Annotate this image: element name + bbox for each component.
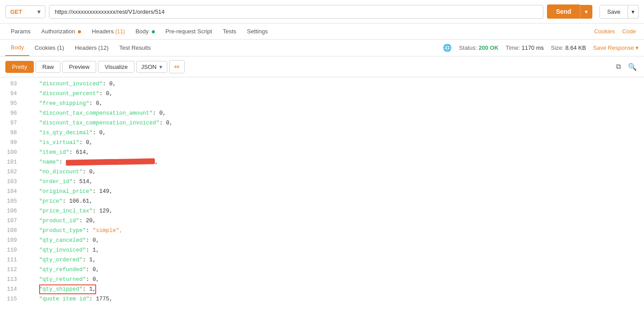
line-number: 112	[4, 265, 17, 275]
line-number: 105	[4, 196, 17, 206]
method-chevron-icon: ▾	[37, 8, 41, 15]
table-row: "is_virtual": 0,	[26, 138, 640, 148]
search-button[interactable]: 🔍	[626, 61, 639, 73]
table-row: "discount_tax_compensation_invoiced": 0,	[26, 118, 640, 128]
line-number: 103	[4, 177, 17, 187]
response-tab-test-results[interactable]: Test Results	[114, 40, 156, 56]
line-number: 99	[4, 138, 17, 148]
line-number: 95	[4, 99, 17, 108]
cookies-link[interactable]: Cookies	[591, 24, 618, 39]
table-row: "product_type": "simple",	[26, 226, 640, 236]
line-number: 106	[4, 206, 17, 216]
save-response-button[interactable]: Save Response ▾	[593, 44, 639, 51]
line-number: 110	[4, 245, 17, 255]
tab-params[interactable]: Params	[5, 24, 36, 39]
tab-tests[interactable]: Tests	[217, 24, 241, 39]
line-numbers: 9394959697989910010110210310410510610710…	[0, 77, 22, 306]
right-icons: ⧉ 🔍	[614, 61, 639, 73]
redacted-value	[66, 158, 155, 165]
table-row: "qty_invoiced": 1,	[26, 245, 640, 255]
table-row: "is_qty_decimal": 0,	[26, 128, 640, 138]
line-number: 108	[4, 226, 17, 236]
line-number: 97	[4, 118, 17, 128]
line-number: 96	[4, 108, 17, 118]
save-button-group: Save ▾	[599, 5, 639, 19]
table-row: "no_discount": 0,	[26, 167, 640, 177]
line-number: 114	[4, 284, 17, 294]
tab-prerequest[interactable]: Pre-request Script	[160, 24, 218, 39]
line-number: 109	[4, 236, 17, 245]
response-tab-cookies[interactable]: Cookies (1)	[29, 40, 69, 56]
table-row: "qty_returned": 0,	[26, 275, 640, 284]
tab-headers[interactable]: Headers (11)	[86, 24, 130, 39]
visualize-button[interactable]: Visualize	[98, 61, 134, 73]
tab-body[interactable]: Body	[130, 24, 160, 39]
table-row: "discount_invoiced": 0,	[26, 79, 640, 89]
line-number: 98	[4, 128, 17, 138]
response-tabs: Body Cookies (1) Headers (12) Test Resul…	[0, 40, 644, 56]
status-label: Status: 200 OK	[459, 44, 498, 51]
format-select[interactable]: JSON ▾	[136, 61, 167, 73]
highlighted-line: "qty_shipped": 1,	[39, 284, 96, 294]
line-number: 101	[4, 157, 17, 167]
send-button[interactable]: Send	[547, 4, 580, 19]
table-row: "price": 106.61,	[26, 196, 640, 206]
line-number: 115	[4, 294, 17, 304]
size-label: Size: 8.64 KB	[551, 44, 586, 51]
top-bar: GET ▾ Send ▾ Save ▾	[0, 0, 644, 24]
line-number: 107	[4, 216, 17, 226]
time-label: Time: 1170 ms	[506, 44, 544, 51]
send-button-group: Send ▾	[547, 4, 592, 19]
table-row: "free_shipping": 0,	[26, 99, 640, 108]
response-tab-headers[interactable]: Headers (12)	[69, 40, 114, 56]
line-number: 113	[4, 275, 17, 284]
table-row: "product_id": 20,	[26, 216, 640, 226]
status-value: 200 OK	[478, 44, 498, 51]
table-row: "discount_percent": 0,	[26, 89, 640, 99]
line-number: 94	[4, 89, 17, 99]
url-input[interactable]	[49, 5, 543, 19]
code-area[interactable]: 9394959697989910010110210310410510610710…	[0, 77, 644, 306]
line-number: 100	[4, 148, 17, 157]
tab-authorization[interactable]: Authorization	[36, 24, 87, 39]
right-links: Cookies Code	[591, 24, 639, 39]
wrap-button[interactable]: ⇔	[169, 60, 185, 73]
body-dot	[152, 30, 155, 33]
response-tab-body[interactable]: Body	[5, 40, 29, 56]
format-bar: Pretty Raw Preview Visualize JSON ▾ ⇔ ⧉ …	[0, 56, 644, 77]
table-row: "order_id": 514,	[26, 177, 640, 187]
tab-settings[interactable]: Settings	[242, 24, 273, 39]
method-dropdown[interactable]: GET ▾	[5, 5, 45, 18]
table-row: "qty_refunded": 0,	[26, 265, 640, 275]
request-tabs: Params Authorization Headers (11) Body P…	[0, 24, 644, 40]
line-number: 111	[4, 255, 17, 265]
table-row: "item_id": 614,	[26, 148, 640, 157]
table-row: "qty_shipped": 1,	[26, 284, 640, 294]
authorization-dot	[78, 30, 81, 33]
table-row: "qty_canceled": 0,	[26, 236, 640, 245]
table-row: "discount_tax_compensation_amount": 0,	[26, 108, 640, 118]
method-value: GET	[10, 8, 22, 15]
table-row: "price_incl_tax": 129,	[26, 206, 640, 216]
table-row: "original_price": 149,	[26, 187, 640, 196]
save-chevron-button[interactable]: ▾	[628, 5, 639, 19]
status-icon: 🌐	[443, 44, 452, 52]
code-content: "discount_invoiced": 0, "discount_percen…	[22, 77, 644, 306]
send-chevron-button[interactable]: ▾	[580, 5, 592, 19]
table-row: "name": ,	[26, 157, 640, 167]
pretty-button[interactable]: Pretty	[5, 61, 34, 73]
raw-button[interactable]: Raw	[36, 61, 61, 73]
line-number: 104	[4, 187, 17, 196]
code-link[interactable]: Code	[620, 24, 639, 39]
line-number: 102	[4, 167, 17, 177]
format-chevron-icon: ▾	[159, 64, 162, 70]
table-row: "qty_ordered": 1,	[26, 255, 640, 265]
save-button[interactable]: Save	[599, 5, 628, 19]
status-area: 🌐 Status: 200 OK Time: 1170 ms Size: 8.6…	[443, 44, 639, 52]
preview-button[interactable]: Preview	[62, 61, 96, 73]
table-row: "quote item id": 1775,	[26, 294, 640, 304]
copy-button[interactable]: ⧉	[614, 61, 623, 73]
line-number: 93	[4, 79, 17, 89]
